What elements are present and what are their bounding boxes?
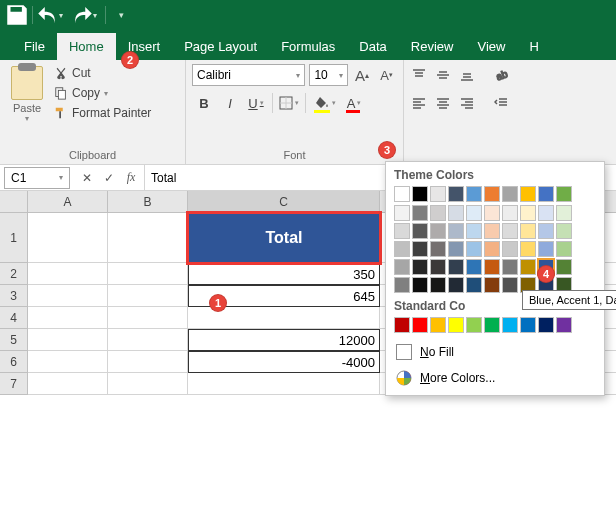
copy-button[interactable]: Copy ▾ — [52, 84, 153, 102]
more-colors-item[interactable]: More Colors... — [394, 365, 596, 391]
color-swatch[interactable] — [538, 317, 554, 333]
color-swatch[interactable] — [484, 186, 500, 202]
color-swatch[interactable] — [538, 186, 554, 202]
color-swatch[interactable] — [466, 317, 482, 333]
color-swatch[interactable] — [556, 223, 572, 239]
color-swatch[interactable] — [448, 205, 464, 221]
cell-b2[interactable] — [108, 263, 188, 285]
cell-a6[interactable] — [28, 351, 108, 373]
paste-icon[interactable] — [11, 66, 43, 100]
tab-formulas[interactable]: Formulas — [269, 33, 347, 60]
row-header-4[interactable]: 4 — [0, 307, 28, 329]
cell-a5[interactable] — [28, 329, 108, 351]
cell-a3[interactable] — [28, 285, 108, 307]
color-swatch[interactable] — [520, 223, 536, 239]
color-swatch[interactable] — [484, 241, 500, 257]
fill-color-button[interactable]: ▾ — [310, 92, 340, 114]
color-swatch[interactable] — [394, 259, 410, 275]
color-swatch[interactable] — [502, 277, 518, 293]
color-swatch[interactable] — [484, 205, 500, 221]
color-swatch[interactable] — [430, 241, 446, 257]
color-swatch[interactable] — [448, 186, 464, 202]
tab-view[interactable]: View — [465, 33, 517, 60]
color-swatch[interactable] — [538, 205, 554, 221]
redo-dropdown-icon[interactable]: ▾ — [93, 11, 103, 20]
color-swatch[interactable] — [502, 259, 518, 275]
tab-file[interactable]: File — [12, 33, 57, 60]
color-swatch[interactable] — [430, 205, 446, 221]
color-swatch[interactable] — [430, 223, 446, 239]
color-swatch[interactable] — [484, 259, 500, 275]
color-swatch[interactable] — [520, 259, 536, 275]
fx-icon[interactable]: fx — [122, 169, 140, 187]
decrease-indent-icon[interactable] — [490, 92, 512, 114]
color-swatch[interactable] — [502, 186, 518, 202]
color-swatch[interactable] — [502, 241, 518, 257]
row-header-7[interactable]: 7 — [0, 373, 28, 395]
enter-formula-icon[interactable]: ✓ — [100, 169, 118, 187]
cell-b6[interactable] — [108, 351, 188, 373]
color-swatch[interactable] — [520, 317, 536, 333]
color-swatch[interactable] — [412, 223, 428, 239]
col-header-b[interactable]: B — [108, 191, 188, 213]
customize-qat-icon[interactable]: ▾ — [108, 2, 134, 28]
col-header-c[interactable]: C — [188, 191, 380, 213]
row-header-3[interactable]: 3 — [0, 285, 28, 307]
tab-more[interactable]: H — [517, 33, 550, 60]
cell-b4[interactable] — [108, 307, 188, 329]
color-swatch[interactable] — [394, 205, 410, 221]
cell-c5[interactable]: 12000 — [188, 329, 380, 351]
color-swatch[interactable] — [430, 186, 446, 202]
align-left-icon[interactable] — [408, 92, 430, 114]
cancel-formula-icon[interactable]: ✕ — [78, 169, 96, 187]
color-swatch[interactable] — [466, 186, 482, 202]
row-header-2[interactable]: 2 — [0, 263, 28, 285]
color-swatch[interactable] — [448, 277, 464, 293]
cell-c6[interactable]: -4000 — [188, 351, 380, 373]
color-swatch[interactable] — [520, 205, 536, 221]
color-swatch[interactable] — [448, 241, 464, 257]
color-swatch[interactable] — [430, 259, 446, 275]
paste-dropdown-icon[interactable]: ▾ — [25, 114, 29, 123]
align-top-icon[interactable] — [408, 64, 430, 86]
color-swatch[interactable] — [556, 205, 572, 221]
cell-c7[interactable] — [188, 373, 380, 395]
orientation-icon[interactable]: ab — [490, 64, 512, 86]
select-all-corner[interactable] — [0, 191, 28, 213]
font-name-select[interactable]: Calibri▾ — [192, 64, 305, 86]
cell-a1[interactable] — [28, 213, 108, 263]
font-size-select[interactable]: 10▾ — [309, 64, 347, 86]
tab-home[interactable]: Home — [57, 33, 116, 60]
undo-dropdown-icon[interactable]: ▾ — [59, 11, 69, 20]
borders-button[interactable]: ▾ — [277, 92, 301, 114]
redo-icon[interactable] — [69, 2, 95, 28]
color-swatch[interactable] — [448, 317, 464, 333]
save-icon[interactable] — [4, 2, 30, 28]
format-painter-button[interactable]: Format Painter — [52, 104, 153, 122]
align-right-icon[interactable] — [456, 92, 478, 114]
cell-b7[interactable] — [108, 373, 188, 395]
color-swatch[interactable] — [484, 277, 500, 293]
cell-b5[interactable] — [108, 329, 188, 351]
color-swatch[interactable] — [466, 223, 482, 239]
color-swatch[interactable] — [412, 241, 428, 257]
color-swatch[interactable] — [502, 205, 518, 221]
align-bottom-icon[interactable] — [456, 64, 478, 86]
color-swatch[interactable] — [520, 186, 536, 202]
undo-icon[interactable] — [35, 2, 61, 28]
color-swatch[interactable] — [466, 277, 482, 293]
color-swatch[interactable] — [466, 205, 482, 221]
cell-a7[interactable] — [28, 373, 108, 395]
color-swatch[interactable] — [394, 223, 410, 239]
color-swatch[interactable] — [412, 317, 428, 333]
color-swatch[interactable] — [556, 317, 572, 333]
tab-data[interactable]: Data — [347, 33, 398, 60]
color-swatch[interactable] — [466, 259, 482, 275]
color-swatch[interactable] — [484, 223, 500, 239]
row-header-5[interactable]: 5 — [0, 329, 28, 351]
tab-page-layout[interactable]: Page Layout — [172, 33, 269, 60]
color-swatch[interactable] — [412, 259, 428, 275]
color-swatch[interactable] — [430, 317, 446, 333]
color-swatch[interactable] — [484, 317, 500, 333]
color-swatch[interactable] — [502, 317, 518, 333]
